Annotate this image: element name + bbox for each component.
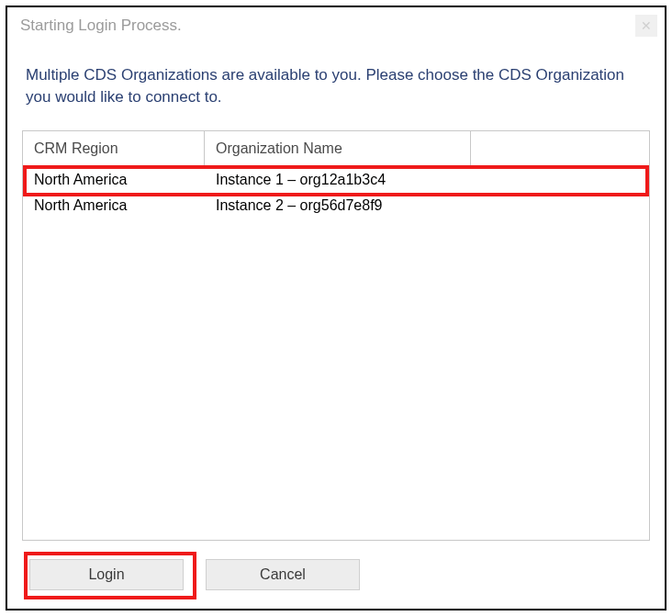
grid-header: CRM Region Organization Name [23, 131, 649, 167]
header-blank [471, 131, 649, 166]
close-button[interactable]: ✕ [635, 15, 657, 37]
cancel-button[interactable]: Cancel [206, 559, 360, 590]
table-row[interactable]: North America Instance 1 – org12a1b3c4 [23, 167, 649, 193]
button-row: Login Cancel [22, 541, 650, 609]
window-title: Starting Login Process. [20, 17, 182, 35]
close-icon: ✕ [641, 19, 652, 32]
organizations-grid: CRM Region Organization Name North Ameri… [22, 130, 650, 541]
table-row[interactable]: North America Instance 2 – org56d7e8f9 [23, 193, 649, 218]
header-crm-region[interactable]: CRM Region [23, 131, 205, 166]
cell-region: North America [23, 193, 205, 218]
cell-org-name: Instance 1 – org12a1b3c4 [205, 167, 649, 193]
titlebar: Starting Login Process. ✕ [7, 7, 665, 44]
grid-body: North America Instance 1 – org12a1b3c4 N… [23, 167, 649, 540]
login-window: Starting Login Process. ✕ Multiple CDS O… [6, 6, 666, 610]
login-button[interactable]: Login [29, 559, 184, 590]
header-org-name[interactable]: Organization Name [205, 131, 471, 166]
cell-org-name: Instance 2 – org56d7e8f9 [205, 193, 649, 218]
cell-region: North America [23, 167, 205, 193]
dialog-body: Multiple CDS Organizations are available… [7, 44, 665, 609]
instructions-text: Multiple CDS Organizations are available… [22, 64, 650, 108]
